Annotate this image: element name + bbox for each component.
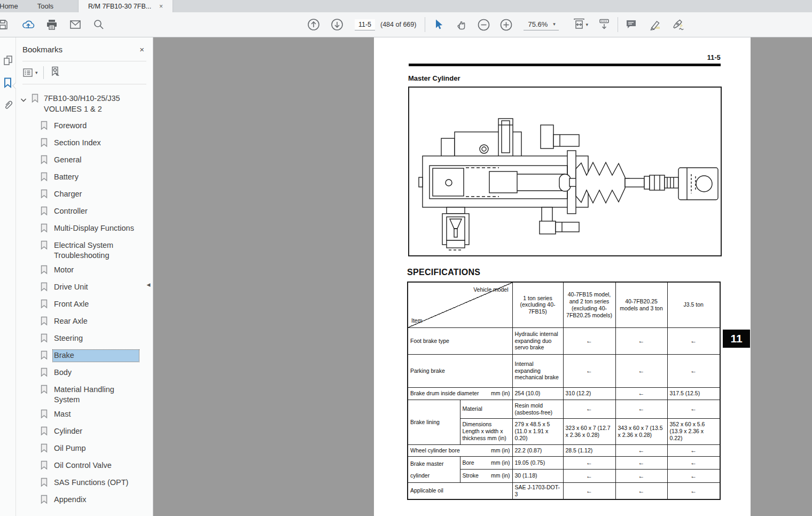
bookmark-item-body[interactable]: Body [16, 364, 153, 381]
bookmark-item-steering[interactable]: Steering [16, 330, 153, 347]
column-header: J3.5 ton [667, 282, 720, 327]
bookmark-item-charger[interactable]: Charger [16, 186, 153, 203]
tab-home[interactable]: Home [0, 0, 28, 12]
zoom-in-icon [499, 18, 513, 32]
tab-document[interactable]: R/M 7FB10-30 7FB... × [78, 0, 173, 12]
page-thumbnails-button[interactable] [0, 49, 16, 72]
page-fit-button[interactable]: ▾ [568, 15, 592, 34]
zoom-level-value: 75.6% [528, 20, 548, 28]
zoom-out-icon [477, 18, 490, 32]
bookmark-glyph-icon [40, 367, 48, 379]
highlight-button[interactable] [646, 15, 664, 34]
previous-page-button[interactable] [304, 15, 323, 34]
bookmark-glyph-icon [40, 137, 48, 150]
email-button[interactable] [66, 15, 84, 34]
bookmark-root[interactable]: 7FB10-30/H10-25/J35 VOLUMES 1 & 2 [16, 92, 153, 118]
bookmark-item-cylinder[interactable]: Cylinder [16, 423, 153, 440]
ditto-arrow: ← [615, 470, 667, 483]
next-page-button[interactable] [328, 15, 346, 34]
bookmark-item-battery[interactable]: Battery [16, 169, 153, 186]
bookmark-item-oil-control-valve[interactable]: Oil Control Valve [16, 457, 153, 474]
bookmark-item-electrical-system-troubleshooting[interactable]: Electrical System Troubleshooting [16, 237, 153, 262]
cell-value: Internal expanding mechanical brake [512, 354, 563, 387]
chevron-down-icon[interactable] [20, 93, 31, 114]
hand-tool-button[interactable] [452, 15, 470, 34]
specifications-table: Vehicle model Item 1 ton series (excludi… [407, 282, 721, 500]
bookmark-item-label: Front Axle [53, 299, 139, 310]
bookmark-glyph-icon [40, 409, 48, 421]
bookmark-item-label: General [53, 154, 139, 166]
bookmark-item-appendix[interactable]: Appendix [16, 491, 153, 509]
search-button[interactable] [90, 15, 108, 34]
bookmark-item-foreword[interactable]: Foreword [16, 118, 153, 135]
bookmark-item-sas-functions[interactable]: SAS Functions (OPT) [16, 474, 153, 491]
bookmark-options-button[interactable]: ▾ [22, 68, 38, 77]
bookmark-item-brake[interactable]: Brake [16, 347, 153, 364]
current-bookmark-icon [49, 66, 61, 77]
bookmark-item-front-axle[interactable]: Front Axle [16, 296, 153, 313]
sub-row-label: Strokemm (in) [460, 470, 512, 483]
comment-button[interactable] [622, 15, 641, 34]
scrolling-mode-button[interactable] [595, 15, 613, 34]
ditto-arrow: ← [667, 456, 720, 470]
column-header: 40-7FB20.25 models and 3 ton [615, 282, 667, 327]
divider [43, 66, 44, 79]
select-tool-button[interactable] [430, 15, 448, 34]
bookmark-item-section-index[interactable]: Section Index [16, 135, 153, 152]
ditto-arrow: ← [615, 327, 667, 354]
collapse-panel-handle[interactable]: ◀ [144, 276, 153, 294]
bookmark-item-oil-pump[interactable]: Oil Pump [16, 440, 153, 457]
print-button[interactable] [43, 15, 61, 34]
ditto-arrow: ← [667, 470, 720, 483]
bookmarks-panel: Bookmarks × ▾ 7FB1 [16, 37, 153, 516]
bookmarks-title: Bookmarks [22, 45, 63, 54]
bookmark-root-label-line1: 7FB10-30/H10-25/J35 [44, 94, 120, 103]
save-to-cloud-button[interactable] [19, 15, 37, 34]
bookmark-item-controller[interactable]: Controller [16, 203, 153, 220]
close-tab-icon[interactable]: × [159, 3, 163, 10]
bookmark-item-motor[interactable]: Motor [16, 262, 153, 279]
page-down-icon [330, 18, 344, 32]
go-to-bookmark-button[interactable] [49, 66, 61, 80]
bookmarks-panel-button[interactable] [0, 72, 16, 94]
bookmark-item-drive-unit[interactable]: Drive Unit [16, 279, 153, 296]
table-row: Brake drum inside diametermm (in) 254 (1… [408, 387, 720, 400]
cell-value: 323 x 60 x 7 (12.7 x 2.36 x 0.28) [563, 418, 615, 444]
ditto-arrow: ← [615, 354, 667, 387]
ditto-arrow: ← [563, 400, 615, 418]
ditto-arrow: ← [615, 482, 667, 499]
bookmark-item-general[interactable]: General [16, 152, 153, 169]
close-panel-icon[interactable]: × [139, 45, 144, 54]
zoom-level-select[interactable]: 75.6% ▾ [524, 19, 558, 30]
bookmark-glyph-icon [40, 316, 48, 328]
bookmark-glyph-icon [40, 443, 48, 455]
save-button[interactable] [0, 15, 12, 34]
row-label-text: Wheel cylinder bore [410, 447, 460, 454]
bookmark-item-label: Steering [53, 333, 139, 345]
print-icon [45, 19, 58, 30]
zoom-out-button[interactable] [474, 15, 493, 34]
tab-home-label: Home [0, 2, 18, 10]
row-unit: mm (in) [489, 472, 510, 479]
page-number-input[interactable] [355, 19, 375, 30]
bookmark-item-rear-axle[interactable]: Rear Axle [16, 313, 153, 330]
bookmarks-toolbar: ▾ [16, 61, 153, 84]
row-label: Brake drum inside diametermm (in) [408, 387, 512, 400]
corner-label-vehicle-model: Vehicle model [473, 286, 508, 293]
bookmark-item-material-handling-system[interactable]: Material Handling System [16, 381, 153, 406]
cell-value: 352 x 60 x 5.6 (13.9 x 2.36 x 0.22) [667, 418, 720, 444]
fill-sign-button[interactable] [669, 15, 688, 34]
save-icon [0, 19, 9, 30]
bookmark-item-multi-display-functions[interactable]: Multi-Display Functions [16, 220, 153, 237]
bookmark-item-mast[interactable]: Mast [16, 406, 153, 423]
zoom-in-button[interactable] [497, 15, 515, 34]
bookmark-item-label: SAS Functions (OPT) [53, 477, 139, 489]
bookmark-glyph-icon [40, 426, 48, 438]
tab-tools[interactable]: Tools [28, 0, 63, 12]
bookmark-item-label: Appendix [53, 494, 139, 506]
bookmark-item-label: Oil Control Valve [53, 460, 139, 472]
table-row: Applicable oil SAE J-1703-DOT-3 ← ← ← [408, 482, 720, 499]
attachments-panel-button[interactable] [0, 94, 16, 116]
document-pane[interactable]: 11-5 Master Cylinder [153, 37, 812, 516]
bookmark-glyph-icon [40, 282, 48, 294]
